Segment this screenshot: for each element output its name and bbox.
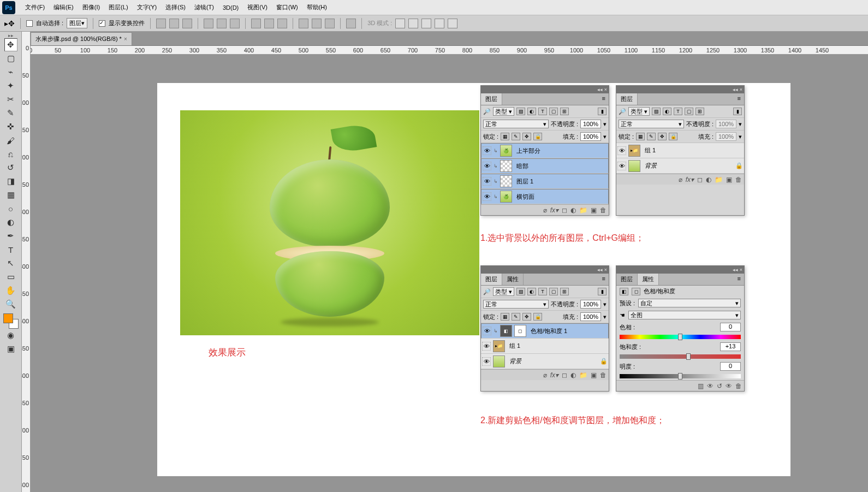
visibility-icon[interactable]: 👁 bbox=[483, 146, 491, 155]
hue-input[interactable]: 0 bbox=[720, 323, 741, 331]
close-panel-icon[interactable]: × bbox=[604, 267, 607, 272]
distribute-h3-icon[interactable] bbox=[277, 19, 287, 28]
visibility-icon[interactable]: 👁 bbox=[482, 357, 491, 366]
move-tool[interactable]: ✥ bbox=[4, 38, 17, 51]
filter-adj-icon[interactable]: ◐ bbox=[527, 108, 536, 115]
link-icon[interactable]: ⌀ bbox=[543, 371, 547, 379]
shape-tool[interactable]: ▭ bbox=[4, 270, 17, 283]
layer-row[interactable]: 👁 ↳ ◧▢ 色相/饱和度 1 bbox=[481, 323, 609, 339]
link-icon[interactable]: ⌀ bbox=[679, 176, 682, 183]
search-icon[interactable]: 🔎 bbox=[483, 108, 491, 115]
lock-trans-icon[interactable]: ▦ bbox=[501, 313, 509, 321]
blend-mode-dropdown[interactable]: 正常 ▾ bbox=[483, 300, 549, 309]
auto-select-checkbox[interactable] bbox=[26, 20, 33, 27]
filter-pixel-icon[interactable]: ▧ bbox=[652, 108, 661, 115]
close-panel-icon[interactable]: × bbox=[740, 87, 742, 92]
filter-smart-icon[interactable]: ⊞ bbox=[560, 108, 569, 115]
adjustment-icon[interactable]: ◐ bbox=[706, 176, 711, 183]
fill-input[interactable]: 100% bbox=[580, 132, 601, 141]
dodge-tool[interactable]: ◐ bbox=[4, 216, 17, 229]
wand-tool[interactable]: ✦ bbox=[4, 79, 17, 92]
lock-pos-icon[interactable]: ✥ bbox=[658, 133, 667, 140]
filter-toggle[interactable]: ▮ bbox=[598, 108, 607, 115]
panel-menu-icon[interactable]: ≡ bbox=[599, 93, 609, 105]
mask-icon[interactable]: ◻ bbox=[562, 206, 567, 214]
lig-input[interactable]: 0 bbox=[720, 362, 741, 371]
visibility-icon[interactable]: 👁 bbox=[483, 162, 491, 170]
layer-row[interactable]: 👁 ↳ 🍏 上半部分 bbox=[481, 143, 609, 158]
collapse-icon[interactable]: ◂◂ bbox=[733, 267, 738, 272]
gradient-tool[interactable]: ▦ bbox=[4, 188, 17, 201]
layers-tab[interactable]: 图层 bbox=[481, 274, 502, 285]
filter-shape-icon[interactable]: ▢ bbox=[549, 108, 558, 115]
lock-trans-icon[interactable]: ▦ bbox=[636, 133, 645, 140]
path-tool[interactable]: ↖ bbox=[4, 257, 17, 270]
fill-input[interactable]: 100% bbox=[580, 312, 601, 321]
align-center-v-icon[interactable] bbox=[217, 19, 227, 28]
layer-name[interactable]: 横切面 bbox=[514, 193, 607, 201]
filter-adj-icon[interactable]: ◐ bbox=[663, 108, 671, 115]
collapse-icon[interactable]: ◂◂ bbox=[597, 87, 603, 92]
group-icon[interactable]: 📁 bbox=[715, 176, 723, 183]
sat-input[interactable]: +13 bbox=[720, 342, 741, 351]
menu-type[interactable]: 文字(Y) bbox=[133, 1, 162, 14]
lock-all-icon[interactable]: 🔒 bbox=[533, 313, 542, 321]
history-brush-tool[interactable]: ↺ bbox=[4, 161, 17, 174]
fx-icon[interactable]: fx▾ bbox=[550, 371, 558, 379]
lock-paint-icon[interactable]: ✎ bbox=[512, 133, 520, 140]
opacity-input[interactable]: 100% bbox=[716, 120, 736, 128]
lock-pos-icon[interactable]: ✥ bbox=[522, 133, 531, 140]
canvas-area[interactable]: 效果展示 1.选中背景以外的所有图层，Ctrl+G编组； 2.新建剪贴色相/饱和… bbox=[31, 55, 868, 492]
auto-align-icon[interactable] bbox=[346, 19, 356, 28]
marquee-tool[interactable]: ▢ bbox=[4, 52, 17, 65]
layer-row[interactable]: 👁 ↳ 图层 1 bbox=[481, 174, 609, 189]
fx-icon[interactable]: fx▾ bbox=[550, 206, 558, 214]
layers-tab[interactable]: 图层 bbox=[616, 274, 638, 285]
filter-pixel-icon[interactable]: ▧ bbox=[516, 288, 525, 295]
props-tab[interactable]: 属性 bbox=[502, 274, 524, 285]
filter-adj-icon[interactable]: ◐ bbox=[527, 288, 536, 295]
filter-type-icon[interactable]: T bbox=[538, 108, 547, 115]
auto-select-dropdown[interactable]: 图层 ▾ bbox=[67, 18, 87, 28]
align-left-icon[interactable] bbox=[156, 19, 166, 28]
stamp-tool[interactable]: ⎌ bbox=[4, 147, 17, 161]
crop-tool[interactable]: ✂ bbox=[4, 93, 17, 106]
menu-help[interactable]: 帮助(H) bbox=[302, 1, 331, 14]
new-layer-icon[interactable]: ▣ bbox=[726, 176, 732, 183]
filter-type-icon[interactable]: T bbox=[538, 288, 547, 295]
menu-image[interactable]: 图像(I) bbox=[78, 1, 104, 14]
lasso-tool[interactable]: ⌁ bbox=[4, 66, 17, 79]
group-icon[interactable]: 📁 bbox=[579, 206, 587, 214]
layer-row[interactable]: 👁 ↳ 暗部 bbox=[481, 158, 609, 174]
distribute-v3-icon[interactable] bbox=[325, 19, 335, 28]
filter-smart-icon[interactable]: ⊞ bbox=[695, 108, 704, 115]
layers-tab[interactable]: 图层 bbox=[616, 93, 638, 105]
reset-icon[interactable]: ↺ bbox=[717, 382, 722, 390]
color-swatches[interactable] bbox=[3, 313, 19, 329]
visibility-icon[interactable]: 👁 bbox=[483, 192, 491, 201]
align-center-h-icon[interactable] bbox=[169, 19, 179, 28]
clip-icon[interactable]: ▥ bbox=[698, 382, 704, 390]
layer-row[interactable]: 👁 背景 🔒 bbox=[616, 158, 744, 174]
menu-file[interactable]: 文件(F) bbox=[21, 1, 49, 14]
blur-tool[interactable]: ○ bbox=[4, 202, 17, 215]
distribute-v2-icon[interactable] bbox=[312, 19, 322, 28]
preset-dropdown[interactable]: 自定▾ bbox=[638, 299, 741, 307]
adjustment-icon[interactable]: ◐ bbox=[570, 371, 576, 379]
group-icon[interactable]: 📁 bbox=[579, 371, 587, 379]
close-tab-icon[interactable]: × bbox=[124, 36, 127, 42]
layer-name[interactable]: 背景 bbox=[643, 162, 733, 170]
align-right-icon[interactable] bbox=[182, 19, 192, 28]
filter-smart-icon[interactable]: ⊞ bbox=[560, 288, 569, 295]
zoom-tool[interactable]: 🔍 bbox=[4, 298, 17, 311]
sat-slider[interactable] bbox=[620, 354, 741, 359]
filter-toggle[interactable]: ▮ bbox=[733, 108, 742, 115]
delete-icon[interactable]: 🗑 bbox=[600, 206, 607, 214]
lock-trans-icon[interactable]: ▦ bbox=[501, 133, 509, 140]
menu-layer[interactable]: 图层(L) bbox=[104, 1, 132, 14]
layer-name[interactable]: 暗部 bbox=[514, 162, 607, 170]
show-transform-checkbox[interactable] bbox=[99, 20, 105, 27]
layer-row[interactable]: 👁 ▸📁 组 1 bbox=[481, 339, 609, 354]
type-tool[interactable]: T bbox=[4, 243, 17, 256]
filter-shape-icon[interactable]: ▢ bbox=[685, 108, 693, 115]
